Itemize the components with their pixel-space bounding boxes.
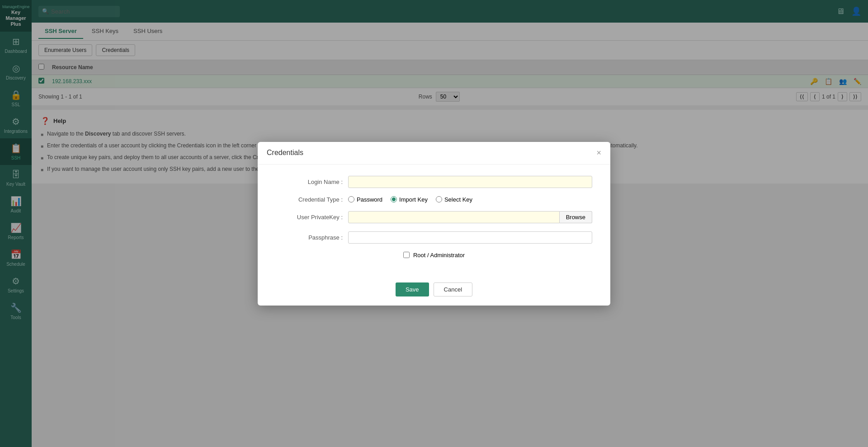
credential-type-row: Credential Type : Password Import Key Se… xyxy=(276,196,592,203)
passphrase-label: Passphrase : xyxy=(276,234,348,241)
modal-header: Credentials × xyxy=(258,142,610,165)
radio-select-key-input[interactable] xyxy=(436,196,442,202)
passphrase-input[interactable] xyxy=(348,231,592,244)
radio-password[interactable]: Password xyxy=(348,196,382,203)
radio-import-key[interactable]: Import Key xyxy=(391,196,428,203)
private-key-input[interactable] xyxy=(348,211,560,223)
private-key-row: User PrivateKey : Browse xyxy=(276,211,592,223)
browse-button[interactable]: Browse xyxy=(560,211,592,223)
credential-type-radio-group: Password Import Key Select Key xyxy=(348,196,592,203)
modal-body: Login Name : Credential Type : Password … xyxy=(258,165,610,278)
radio-password-input[interactable] xyxy=(348,196,354,202)
radio-password-label: Password xyxy=(357,196,382,203)
radio-select-key[interactable]: Select Key xyxy=(436,196,472,203)
modal-title: Credentials xyxy=(267,149,303,157)
credential-type-label: Credential Type : xyxy=(276,196,348,203)
radio-import-key-input[interactable] xyxy=(391,196,397,202)
login-name-row: Login Name : xyxy=(276,176,592,188)
save-button[interactable]: Save xyxy=(396,282,429,296)
credentials-modal: Credentials × Login Name : Credential Ty… xyxy=(258,142,610,306)
radio-select-key-label: Select Key xyxy=(444,196,472,203)
private-key-label: User PrivateKey : xyxy=(276,214,348,221)
root-admin-label: Root / Administrator xyxy=(413,252,465,259)
root-admin-row: Root / Administrator xyxy=(276,252,592,259)
passphrase-row: Passphrase : xyxy=(276,231,592,244)
private-key-browse-wrap: Browse xyxy=(348,211,592,223)
radio-import-key-label: Import Key xyxy=(399,196,428,203)
modal-close-button[interactable]: × xyxy=(596,148,601,158)
root-admin-checkbox[interactable] xyxy=(403,252,410,258)
login-name-label: Login Name : xyxy=(276,179,348,185)
modal-footer: Save Cancel xyxy=(258,278,610,306)
cancel-button[interactable]: Cancel xyxy=(434,282,472,296)
login-name-input[interactable] xyxy=(348,176,592,188)
